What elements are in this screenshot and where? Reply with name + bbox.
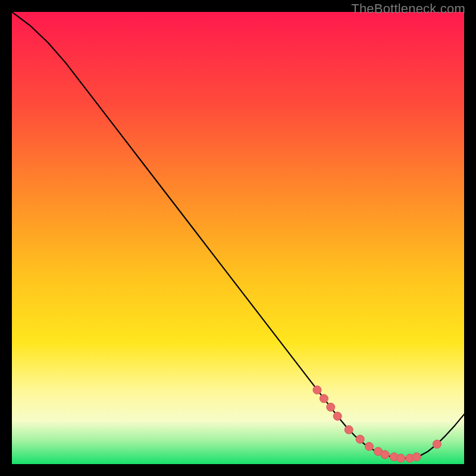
- marker-dot: [327, 403, 335, 411]
- marker-dot: [333, 412, 342, 420]
- chart-frame: TheBottleneck.com: [0, 0, 476, 476]
- marker-dot: [397, 454, 405, 462]
- marker-dot: [320, 394, 328, 403]
- watermark-text: TheBottleneck.com: [351, 1, 465, 17]
- plot-area: [12, 12, 464, 464]
- marker-dot: [356, 435, 364, 443]
- marker-dot: [365, 442, 373, 450]
- marker-dot: [412, 453, 421, 461]
- marker-dot: [345, 425, 353, 434]
- marker-dot: [433, 440, 441, 449]
- marker-dot: [313, 386, 321, 394]
- marker-dot: [381, 450, 389, 459]
- gradient-background: [12, 12, 464, 464]
- bottleneck-chart: [12, 12, 464, 464]
